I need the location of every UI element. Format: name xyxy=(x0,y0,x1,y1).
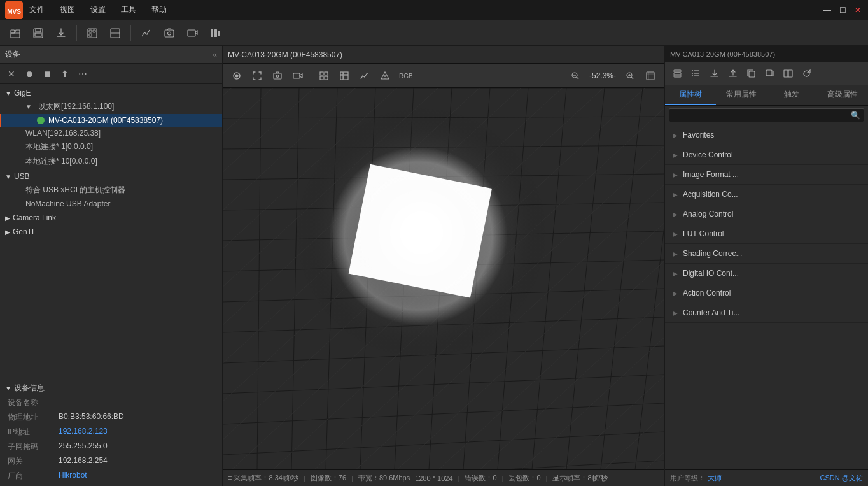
prop-counter-and-timer[interactable]: ▶ Counter And Ti... xyxy=(665,303,868,323)
prop-lut-control[interactable]: ▶ LUT Control xyxy=(665,224,868,244)
subnet-local1[interactable]: 本地连接* 1[0.0.0.0] xyxy=(0,139,222,154)
usb-header[interactable]: ▼ USB xyxy=(0,170,222,183)
prop-analog-control[interactable]: ▶ Analog Control xyxy=(665,204,868,224)
info-label-gateway: 网关 xyxy=(8,456,59,467)
camera-link-header[interactable]: ▶ Camera Link xyxy=(0,211,222,224)
usb-item-1[interactable]: 符合 USB xHCI 的主机控制器 xyxy=(0,183,222,197)
maximize-button[interactable]: ☐ xyxy=(837,5,848,15)
gige-header[interactable]: ▼ GigE xyxy=(0,87,222,99)
prop-action-control[interactable]: ▶ Action Control xyxy=(665,283,868,303)
camera-link-label: Camera Link xyxy=(13,213,56,222)
prop-acquisition-control[interactable]: ▶ Acquisition Co... xyxy=(665,185,868,204)
start-all-button[interactable]: ⏺ xyxy=(22,66,37,82)
chart-button[interactable] xyxy=(136,23,157,43)
svg-rect-28 xyxy=(344,72,348,75)
snapshot-button[interactable] xyxy=(159,23,179,43)
subnet-wlan[interactable]: WLAN[192.168.25.38] xyxy=(0,127,222,139)
device-camera-main[interactable]: MV-CA013-20GM (00F45838507) xyxy=(0,114,222,127)
menu-tools[interactable]: 工具 xyxy=(118,3,139,17)
prop-search-wrap: 🔍 xyxy=(669,108,864,122)
svg-point-21 xyxy=(276,75,279,77)
prop-list-button[interactable] xyxy=(687,66,704,82)
device-manager-button[interactable] xyxy=(82,23,102,43)
analog-label: Analog Control xyxy=(683,210,860,218)
prop-paste-button[interactable] xyxy=(761,66,778,82)
left-panel: 设备 « ✕ ⏺ ⏹ ⬆ ⋯ ▼ GigE ▼ 以太网[192.168.1.10… xyxy=(0,46,223,486)
shading-arrow: ▶ xyxy=(673,250,678,257)
view-button[interactable] xyxy=(105,23,125,43)
status-framecount: 图像数：76 xyxy=(311,473,346,483)
prop-compare-button[interactable] xyxy=(780,66,796,82)
prop-image-format[interactable]: ▶ Image Format ... xyxy=(665,165,868,185)
play-button[interactable] xyxy=(205,23,225,43)
open-button[interactable] xyxy=(5,23,25,43)
prop-device-control[interactable]: ▶ Device Control xyxy=(665,145,868,165)
devices-header-icons: « xyxy=(213,50,217,59)
fit-view-button[interactable] xyxy=(641,67,659,85)
export-button[interactable] xyxy=(51,23,71,43)
svg-rect-5 xyxy=(35,33,41,36)
info-label-mac: 物理地址 xyxy=(8,412,59,423)
rgb-button[interactable]: RGB xyxy=(396,67,414,85)
snapshot-cam-button[interactable] xyxy=(269,67,286,85)
record-button[interactable] xyxy=(182,23,202,43)
right-panel: MV-CA013-20GM (00F45838507) xyxy=(664,46,868,486)
video-record-button[interactable] xyxy=(289,67,307,85)
prop-favorites[interactable]: ▶ Favorites xyxy=(665,125,868,145)
subnet-ethernet[interactable]: ▼ 以太网[192.168.1.100] xyxy=(0,99,222,114)
prop-shading-correction[interactable]: ▶ Shading Correc... xyxy=(665,244,868,264)
save-button[interactable] xyxy=(28,23,48,43)
svg-point-19 xyxy=(235,74,239,77)
right-toolbar xyxy=(665,62,868,85)
zoom-out-button[interactable] xyxy=(566,67,584,85)
tab-trigger[interactable]: 触发 xyxy=(767,85,818,105)
fullscreen-button[interactable] xyxy=(248,67,266,85)
svg-line-38 xyxy=(631,77,633,79)
close-button[interactable]: ✕ xyxy=(853,5,863,15)
svg-line-35 xyxy=(577,77,578,79)
histogram-button[interactable] xyxy=(356,67,374,85)
collapse-icon[interactable]: « xyxy=(213,50,217,59)
warning-button[interactable] xyxy=(376,67,394,85)
prop-digital-io[interactable]: ▶ Digital IO Cont... xyxy=(665,264,868,283)
stop-all-button[interactable]: ⏹ xyxy=(39,66,55,82)
svg-rect-26 xyxy=(325,76,328,80)
minimize-button[interactable]: — xyxy=(822,5,832,15)
gentl-header[interactable]: ▶ GenTL xyxy=(0,225,222,238)
menu-file[interactable]: 文件 xyxy=(27,3,47,17)
svg-rect-43 xyxy=(674,73,681,75)
tab-common-props[interactable]: 常用属性 xyxy=(716,85,767,105)
refresh-button[interactable]: ✕ xyxy=(4,66,19,82)
subnet-local2-label: 本地连接* 10[0.0.0.0] xyxy=(25,156,97,167)
svg-rect-15 xyxy=(211,29,213,37)
device-status-dot xyxy=(37,117,45,124)
menu-view[interactable]: 视图 xyxy=(57,3,78,17)
prop-save-button[interactable] xyxy=(706,66,722,82)
right-footer: 用户等级： 大师 CSDN @文祐 xyxy=(665,469,868,486)
prop-copy-button[interactable] xyxy=(743,66,759,82)
subnet-local2[interactable]: 本地连接* 10[0.0.0.0] xyxy=(0,154,222,169)
acquisition-label: Acquisition Co... xyxy=(683,190,860,199)
usb-group: ▼ USB 符合 USB xHCI 的主机控制器 NoMachine USB A… xyxy=(0,170,222,210)
prop-refresh-button[interactable] xyxy=(669,66,685,82)
status-framerate: ≡ 采集帧率：8.34帧/秒 xyxy=(228,473,298,483)
svg-text:MVS: MVS xyxy=(7,8,21,15)
tab-property-tree[interactable]: 属性树 xyxy=(665,85,716,105)
device-info-section: ▼ 设备信息 设备名称 物理地址 B0:B3:53:60:66:BD IP地址 … xyxy=(0,378,222,486)
export-device-button[interactable]: ⬆ xyxy=(57,66,73,82)
usb-item-2[interactable]: NoMachine USB Adapter xyxy=(0,197,222,210)
analog-arrow: ▶ xyxy=(673,211,678,218)
menu-settings[interactable]: 设置 xyxy=(88,3,108,17)
grid2-button[interactable] xyxy=(335,67,353,85)
menu-help[interactable]: 帮助 xyxy=(149,3,169,17)
grid1-button[interactable] xyxy=(315,67,333,85)
zoom-in-button[interactable] xyxy=(621,67,639,85)
property-search-input[interactable] xyxy=(669,108,864,122)
tab-advanced-props[interactable]: 高级属性 xyxy=(817,85,868,105)
more-button[interactable]: ⋯ xyxy=(75,66,90,82)
prop-load-button[interactable] xyxy=(724,66,741,82)
record-cam-button[interactable] xyxy=(228,67,246,85)
device-info-header[interactable]: ▼ 设备信息 xyxy=(0,381,222,396)
svg-text:RGB: RGB xyxy=(399,73,412,80)
prop-reload-button[interactable] xyxy=(798,66,815,82)
